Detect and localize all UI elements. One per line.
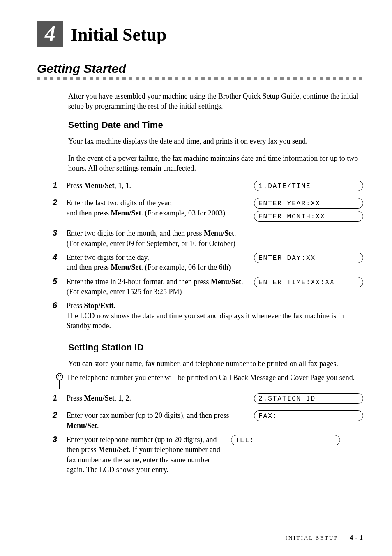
text: . — [129, 181, 131, 190]
text-bold: Menu/Set — [111, 263, 141, 271]
text: Enter the last two digits of the year, — [67, 199, 172, 207]
text: . — [129, 394, 131, 402]
text-bold: 1 — [118, 181, 122, 190]
svg-point-2 — [60, 375, 61, 376]
text: and then press — [67, 209, 111, 217]
section-divider — [37, 77, 363, 80]
step-text: Enter your fax number (up to 20 digits),… — [67, 410, 254, 431]
text-bold: Menu/Set — [111, 209, 141, 217]
text: Press — [67, 181, 84, 190]
text: , — [115, 394, 118, 402]
text-bold: Menu/Set — [67, 422, 97, 430]
lcd-display: ENTER YEAR:XX — [254, 198, 363, 208]
svg-point-0 — [56, 373, 63, 380]
intro-paragraph: After you have assembled your machine us… — [68, 91, 363, 111]
section-title: Getting Started — [37, 62, 363, 76]
note-text: The telephone number you enter will be p… — [67, 373, 363, 382]
text: . (For example, 03 for 2003) — [141, 209, 225, 217]
step-number: 1 — [53, 181, 67, 190]
step-text: Enter two digits for the day, and then p… — [67, 253, 254, 273]
text-bold: Menu/Set — [84, 394, 115, 402]
step-row: 6 Press Stop/Exit. The LCD now shows the… — [53, 301, 363, 331]
step-text: Enter your telephone number (up to 20 di… — [67, 435, 231, 475]
step-row: 5 Enter the time in 24-hour format, and … — [53, 277, 363, 297]
lcd-display: TEL: — [231, 435, 340, 445]
step-row: 3 Enter two digits for the month, and th… — [53, 228, 363, 248]
lcd-display: FAX: — [254, 410, 363, 421]
text: Enter two digits for the day, — [67, 253, 149, 262]
step-row: 1 Press Menu/Set, 1, 1. 1.DATE/TIME — [53, 181, 363, 194]
lcd-display: ENTER DAY:XX — [254, 253, 363, 263]
step-number: 4 — [53, 253, 67, 262]
chapter-number-badge: 4 — [37, 21, 63, 47]
text: , — [122, 181, 126, 190]
footer-section: INITIAL SETUP — [286, 535, 339, 541]
subsection-title-date-time: Setting Date and Time — [68, 120, 363, 130]
step-text: Enter the time in 24-hour format, and th… — [67, 277, 254, 297]
chapter-header: 4 Initial Setup — [37, 21, 363, 47]
step-number: 2 — [53, 198, 67, 207]
step-number: 5 — [53, 277, 67, 286]
step-number: 1 — [53, 393, 67, 403]
text: Enter two digits for the month, and then… — [67, 229, 204, 237]
step-text: Enter the last two digits of the year, a… — [67, 198, 254, 218]
text: Enter your fax number (up to 20 digits),… — [67, 411, 229, 419]
step-number: 3 — [53, 228, 67, 238]
text: Press — [67, 394, 84, 402]
page-footer: INITIAL SETUP 4 - 1 — [286, 534, 363, 541]
text-bold: 1 — [126, 181, 129, 190]
text: , — [122, 394, 126, 402]
text: Press — [67, 301, 84, 310]
lcd-display: ENTER MONTH:XX — [254, 211, 363, 222]
text: . — [97, 422, 99, 430]
paragraph: You can store your name, fax number, and… — [68, 359, 363, 368]
step-number: 3 — [53, 435, 67, 444]
text: The LCD now shows the date and time you … — [67, 312, 344, 330]
text: and then press — [67, 263, 111, 271]
step-row: 2 Enter the last two digits of the year,… — [53, 198, 363, 224]
footer-page-number: 4 - 1 — [350, 534, 364, 541]
step-text: Press Menu/Set, 1, 2. — [67, 393, 254, 403]
text-bold: Menu/Set — [204, 229, 234, 237]
text-bold: Stop/Exit — [84, 301, 114, 310]
lcd-display: 1.DATE/TIME — [254, 181, 363, 191]
lcd-display: 2.STATION ID — [254, 393, 363, 404]
step-text: Press Stop/Exit. The LCD now shows the d… — [67, 301, 363, 331]
step-row: 3 Enter your telephone number (up to 20 … — [53, 435, 363, 475]
text: , — [115, 181, 118, 190]
text: Enter the time in 24-hour format, and th… — [67, 278, 211, 286]
subsection-title-station-id: Setting Station ID — [68, 342, 363, 353]
text-bold: Menu/Set — [98, 445, 129, 454]
step-number: 2 — [53, 410, 67, 420]
paragraph: Your fax machine displays the date and t… — [68, 136, 363, 146]
svg-point-1 — [58, 375, 59, 376]
note-icon — [53, 373, 67, 390]
step-row: 4 Enter two digits for the day, and then… — [53, 253, 363, 273]
svg-rect-3 — [59, 380, 60, 389]
note-row: The telephone number you enter will be p… — [53, 373, 363, 390]
paragraph: In the event of a power failure, the fax… — [68, 153, 363, 174]
text-bold: 1 — [118, 394, 122, 402]
step-text: Enter two digits for the month, and then… — [67, 228, 254, 248]
text-bold: Menu/Set — [211, 278, 241, 286]
chapter-title: Initial Setup — [71, 24, 167, 45]
lcd-display: ENTER TIME:XX:XX — [254, 277, 363, 287]
text-bold: 2 — [126, 394, 129, 402]
step-text: Press Menu/Set, 1, 1. — [67, 181, 254, 190]
text-bold: Menu/Set — [84, 181, 115, 190]
text: . (For example, 06 for the 6th) — [141, 263, 231, 271]
step-number: 6 — [53, 301, 67, 310]
step-row: 2 Enter your fax number (up to 20 digits… — [53, 410, 363, 431]
step-row: 1 Press Menu/Set, 1, 2. 2.STATION ID — [53, 393, 363, 406]
text: . — [114, 301, 116, 310]
